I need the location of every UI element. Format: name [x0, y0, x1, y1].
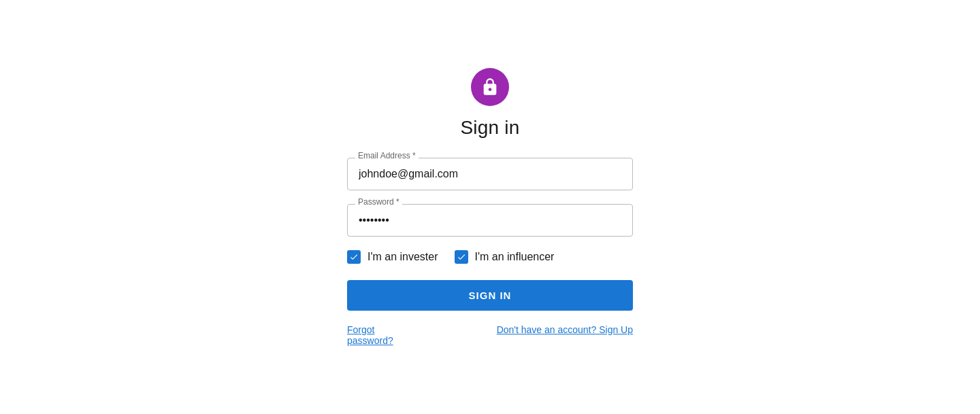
links-row: Forgot password? Don't have an account? … [347, 324, 633, 346]
password-field-wrapper: Password * [347, 204, 633, 237]
email-label: Email Address * [355, 151, 419, 160]
password-input[interactable] [347, 204, 633, 237]
checkboxes-row: I'm an invester I'm an influencer [347, 250, 633, 264]
sign-in-form: Sign in Email Address * Password * I'm a… [347, 68, 633, 346]
sign-up-link[interactable]: Don't have an account? Sign Up [497, 324, 633, 346]
password-label: Password * [355, 197, 402, 207]
email-input[interactable] [347, 158, 633, 190]
influencer-label: I'm an influencer [475, 251, 555, 263]
email-field-wrapper: Email Address * [347, 158, 633, 190]
sign-in-button[interactable]: SIGN IN [347, 280, 633, 311]
influencer-checkbox-item[interactable]: I'm an influencer [455, 250, 555, 264]
invester-checkbox[interactable] [347, 250, 361, 264]
invester-label: I'm an invester [368, 251, 438, 263]
lock-icon [471, 68, 509, 106]
influencer-checkbox[interactable] [455, 250, 468, 264]
invester-checkbox-item[interactable]: I'm an invester [347, 250, 438, 264]
page-title: Sign in [460, 117, 519, 139]
forgot-password-link[interactable]: Forgot password? [347, 324, 415, 346]
